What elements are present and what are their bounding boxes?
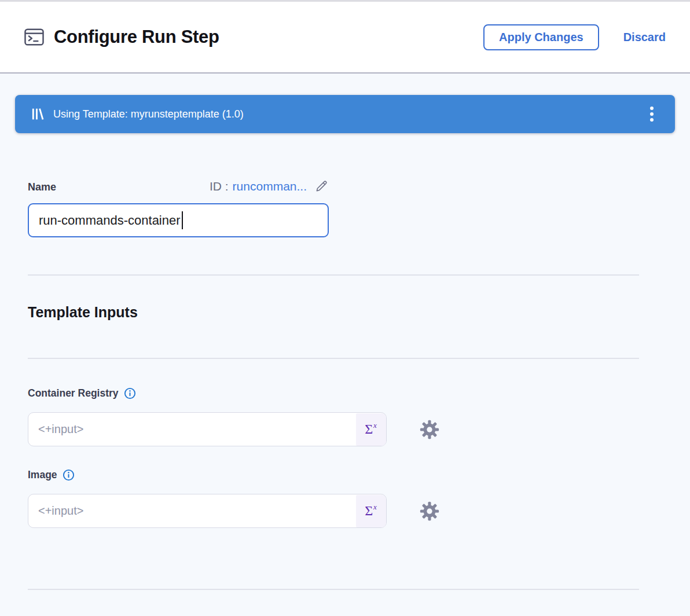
name-label: Name: [28, 181, 56, 193]
expression-input-button[interactable]: Σx: [356, 413, 386, 446]
image-label: Image: [28, 469, 57, 481]
configure-step-header: Configure Run Step Apply Changes Discard: [0, 0, 690, 74]
image-input-wrap: Σx: [28, 494, 387, 528]
field-input-row: Σx: [28, 412, 690, 446]
terminal-icon: [23, 26, 45, 48]
header-title-group: Configure Run Step: [23, 26, 219, 48]
discard-button[interactable]: Discard: [623, 31, 666, 44]
using-template-banner: Using Template: myrunsteptemplate (1.0): [15, 95, 675, 133]
info-icon[interactable]: [63, 469, 75, 481]
page-title: Configure Run Step: [54, 27, 219, 47]
sigma-superscript: x: [373, 503, 377, 512]
id-prefix-label: ID :: [210, 179, 229, 193]
sigma-superscript: x: [373, 421, 377, 430]
edit-pencil-icon[interactable]: [314, 179, 329, 193]
using-template-label: Using Template: myrunsteptemplate (1.0): [53, 108, 244, 120]
name-section: Name ID : runcomman... run-commands-cont…: [28, 179, 329, 237]
kebab-menu-icon[interactable]: [644, 102, 660, 126]
image-input[interactable]: [28, 494, 387, 528]
text-caret: [182, 211, 183, 229]
container-registry-input-wrap: Σx: [28, 412, 387, 446]
field-image: Image Σx: [28, 469, 690, 528]
name-label-row: Name ID : runcomman...: [28, 179, 329, 193]
sigma-symbol: Σ: [365, 503, 373, 519]
container-registry-label: Container Registry: [28, 387, 119, 399]
apply-changes-button[interactable]: Apply Changes: [483, 24, 599, 50]
template-inputs-heading: Template Inputs: [28, 304, 690, 321]
section-divider: [28, 274, 639, 276]
section-divider: [28, 589, 639, 590]
section-divider: [28, 358, 639, 359]
container-registry-input[interactable]: [28, 412, 387, 446]
gear-icon[interactable]: [420, 501, 439, 521]
step-id-group: ID : runcomman...: [210, 179, 329, 193]
sigma-symbol: Σ: [365, 421, 373, 437]
step-id-link[interactable]: runcomman...: [233, 179, 307, 193]
template-library-icon: [31, 108, 44, 120]
field-label-row: Image: [28, 469, 690, 481]
name-input[interactable]: run-commands-container: [28, 203, 329, 237]
field-input-row: Σx: [28, 494, 690, 528]
field-label-row: Container Registry: [28, 387, 690, 399]
expression-input-button[interactable]: Σx: [356, 495, 386, 527]
gear-icon[interactable]: [420, 420, 439, 439]
info-icon[interactable]: [124, 387, 136, 399]
name-input-value: run-commands-container: [39, 213, 181, 228]
field-container-registry: Container Registry Σx: [28, 387, 690, 446]
header-actions: Apply Changes Discard: [483, 24, 667, 50]
